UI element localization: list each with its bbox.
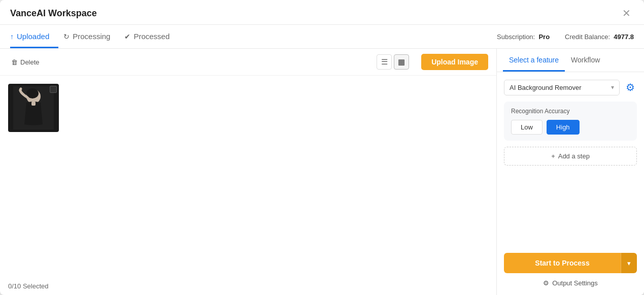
output-settings-label: Output Settings bbox=[552, 279, 598, 287]
tab-select-feature-label: Select a feature bbox=[509, 56, 559, 64]
right-tabs: Select a feature Workflow bbox=[497, 49, 644, 72]
subscription-label: Subscription: Pro bbox=[497, 33, 550, 41]
gear-icon: ⚙ bbox=[626, 82, 635, 93]
accuracy-buttons: Low High bbox=[511, 120, 630, 135]
accuracy-high-button[interactable]: High bbox=[547, 120, 580, 135]
tab-processed-label: Processed bbox=[133, 32, 170, 41]
woman-silhouette-svg bbox=[13, 86, 54, 129]
svg-rect-3 bbox=[31, 102, 36, 106]
selected-info: 0/10 Selected bbox=[8, 282, 49, 290]
list-view-button[interactable]: ☰ bbox=[377, 54, 392, 70]
accuracy-low-label: Low bbox=[521, 123, 533, 131]
process-chevron-icon: ▾ bbox=[627, 259, 631, 267]
process-button-group: Start to Process ▾ bbox=[504, 253, 637, 273]
left-panel: 🗑 Delete ☰ ▦ Upload Image bbox=[0, 49, 497, 295]
tab-workflow-label: Workflow bbox=[571, 56, 600, 64]
tab-processing[interactable]: ↻ Processing bbox=[63, 25, 119, 48]
toolbar: 🗑 Delete ☰ ▦ Upload Image bbox=[0, 49, 496, 76]
feature-dropdown-label: AI Background Remover bbox=[510, 84, 582, 91]
feature-dropdown[interactable]: AI Background Remover ▾ bbox=[504, 80, 620, 95]
close-button[interactable]: ✕ bbox=[619, 7, 634, 19]
right-panel-footer: Start to Process ▾ ⚙ Output Settings bbox=[497, 248, 644, 295]
feature-selector: AI Background Remover ▾ ⚙ bbox=[504, 79, 637, 95]
tabs-bar: ↑ Uploaded ↻ Processing ✔ Processed Subs… bbox=[0, 25, 644, 49]
main-window: VanceAI Workspace ✕ ↑ Uploaded ↻ Process… bbox=[0, 0, 644, 295]
window-title: VanceAI Workspace bbox=[10, 8, 97, 19]
subscription-plan: Pro bbox=[538, 33, 550, 41]
list-view-icon: ☰ bbox=[381, 57, 388, 67]
tab-select-feature[interactable]: Select a feature bbox=[503, 49, 565, 72]
tab-processing-label: Processing bbox=[73, 32, 110, 41]
right-panel-body: AI Background Remover ▾ ⚙ Recognition Ac… bbox=[497, 72, 644, 248]
image-thumbnail[interactable] bbox=[8, 84, 59, 132]
start-process-button[interactable]: Start to Process bbox=[504, 253, 621, 273]
upload-image-button[interactable]: Upload Image bbox=[421, 54, 488, 70]
image-checkbox[interactable] bbox=[50, 86, 57, 93]
processing-icon: ↻ bbox=[63, 32, 70, 41]
process-dropdown-button[interactable]: ▾ bbox=[621, 253, 637, 273]
tab-processed[interactable]: ✔ Processed bbox=[124, 25, 179, 48]
feature-settings-button[interactable]: ⚙ bbox=[624, 79, 637, 95]
output-gear-icon: ⚙ bbox=[543, 279, 549, 287]
tab-uploaded-label: Uploaded bbox=[17, 32, 49, 41]
main-content: 🗑 Delete ☰ ▦ Upload Image bbox=[0, 49, 644, 295]
upload-icon: ↑ bbox=[10, 32, 14, 41]
output-settings-button[interactable]: ⚙ Output Settings bbox=[504, 277, 637, 289]
recognition-accuracy-label: Recognition Accuracy bbox=[511, 108, 630, 115]
plus-icon: + bbox=[551, 152, 555, 160]
grid-view-icon: ▦ bbox=[398, 57, 405, 67]
processed-icon: ✔ bbox=[124, 32, 130, 41]
delete-button[interactable]: 🗑 Delete bbox=[8, 56, 43, 68]
tab-uploaded[interactable]: ↑ Uploaded bbox=[10, 25, 58, 48]
grid-view-button[interactable]: ▦ bbox=[394, 54, 409, 70]
delete-icon: 🗑 bbox=[11, 58, 18, 66]
recognition-accuracy-section: Recognition Accuracy Low High bbox=[504, 102, 637, 141]
chevron-down-icon: ▾ bbox=[611, 84, 614, 91]
credit-balance-value: 4977.8 bbox=[614, 33, 634, 41]
credit-balance-label: Credit Balance: 4977.8 bbox=[565, 33, 634, 41]
close-icon: ✕ bbox=[622, 8, 631, 19]
subscription-info: Subscription: Pro Credit Balance: 4977.8 bbox=[497, 33, 634, 41]
right-panel: Select a feature Workflow AI Background … bbox=[497, 49, 644, 295]
title-bar: VanceAI Workspace ✕ bbox=[0, 0, 644, 25]
view-toggle: ☰ ▦ bbox=[377, 54, 409, 70]
image-area bbox=[0, 76, 496, 295]
add-step-label: Add a step bbox=[558, 152, 590, 160]
accuracy-high-label: High bbox=[556, 123, 570, 131]
tab-workflow[interactable]: Workflow bbox=[565, 49, 606, 72]
add-step-button[interactable]: + Add a step bbox=[504, 147, 637, 166]
accuracy-low-button[interactable]: Low bbox=[511, 120, 543, 135]
delete-label: Delete bbox=[20, 58, 40, 66]
